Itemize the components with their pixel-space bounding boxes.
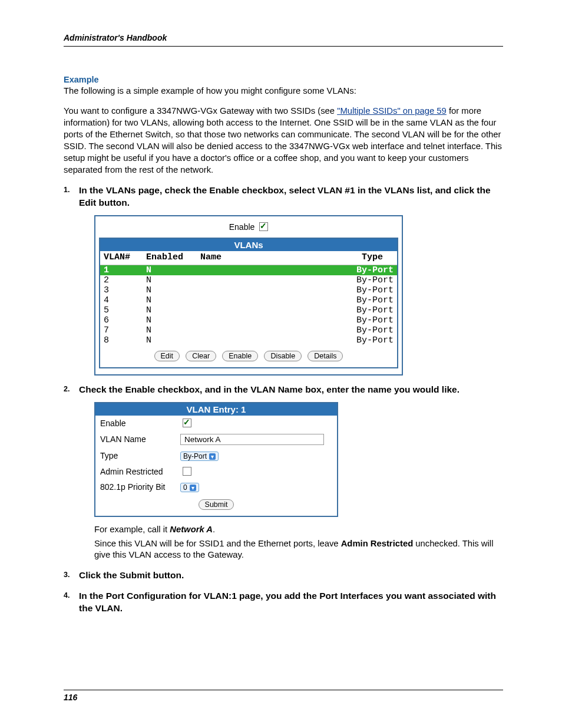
clear-button[interactable]: Clear (186, 351, 216, 361)
footer-rule (64, 690, 503, 690)
col-name: Name (197, 251, 275, 265)
col-vlan: VLAN# (100, 251, 143, 265)
vlans-figure: Enable VLANs VLAN# Enabled Name Type (94, 215, 403, 375)
step-2: Check the Enable checkbox, and in the VL… (79, 384, 503, 396)
after-1c: . (213, 525, 215, 534)
after-2a: Since this VLAN will be for SSID1 and th… (94, 539, 341, 548)
table-row[interactable]: 4NBy-Port (100, 295, 397, 305)
vlans-table: VLAN# Enabled Name Type 1NBy-Port2NBy-Po… (100, 251, 397, 345)
step-num-1: 1. (64, 186, 70, 194)
chevron-updown-icon: ▾ (190, 485, 196, 491)
priority-value: 0 (183, 483, 187, 492)
vlans-title: VLANs (100, 239, 397, 251)
chevron-updown-icon: ▾ (209, 453, 216, 460)
entry-title: VLAN Entry: 1 (95, 403, 337, 416)
type-value: By-Port (183, 452, 207, 460)
running-header: Administrator's Handbook (64, 33, 503, 42)
intro-text: The following is a simple example of how… (64, 85, 503, 97)
step-3: Click the Submit button. (79, 569, 503, 582)
after-1a: For example, call it (94, 525, 170, 534)
step-num-2: 2. (64, 385, 70, 393)
table-row[interactable]: 3NBy-Port (100, 285, 397, 295)
edit-button[interactable]: Edit (154, 351, 180, 361)
table-row[interactable]: 2NBy-Port (100, 275, 397, 285)
scenario-a: You want to configure a 3347NWG-VGx Gate… (64, 106, 337, 116)
details-button[interactable]: Details (308, 351, 343, 361)
disable-button[interactable]: Disable (264, 351, 302, 361)
header-rule (64, 46, 503, 47)
table-row[interactable]: 1NBy-Port (100, 265, 397, 275)
page-number: 116 (64, 693, 503, 702)
entry-type-label: Type (95, 448, 176, 464)
table-row[interactable]: 5NBy-Port (100, 305, 397, 315)
after-2b: Admin Restricted (341, 539, 414, 548)
entry-admin-label: Admin Restricted (95, 464, 176, 479)
step-4: In the Port Configuration for VLAN:1 pag… (79, 590, 503, 615)
after-1b: Network A (170, 525, 213, 534)
col-type: Type (275, 251, 397, 265)
example-label: Example (64, 75, 503, 84)
table-row[interactable]: 7NBy-Port (100, 325, 397, 335)
entry-prio-label: 802.1p Priority Bit (95, 479, 176, 495)
entry-name-label: VLAN Name (95, 431, 176, 448)
submit-button[interactable]: Submit (199, 499, 234, 510)
scenario-text: You want to configure a 3347NWG-VGx Gate… (64, 106, 503, 176)
entry-enable-label: Enable (95, 416, 176, 431)
vlan-entry-figure: VLAN Entry: 1 Enable VLAN Name Network A… (94, 402, 338, 517)
step-num-4: 4. (64, 591, 70, 599)
admin-restricted-checkbox[interactable] (183, 467, 191, 476)
table-row[interactable]: 6NBy-Port (100, 315, 397, 325)
step-1: In the VLANs page, check the Enable chec… (79, 185, 503, 209)
enable-checkbox[interactable] (259, 222, 268, 231)
vlan-name-input[interactable]: Network A (180, 434, 324, 445)
col-enabled: Enabled (143, 251, 197, 265)
xref-multiple-ssids[interactable]: "Multiple SSIDs" on page 59 (337, 106, 447, 116)
enable-button[interactable]: Enable (222, 351, 258, 361)
type-select[interactable]: By-Port▾ (180, 452, 219, 461)
entry-enable-checkbox[interactable] (183, 419, 191, 427)
step-num-3: 3. (64, 571, 70, 579)
priority-select[interactable]: 0▾ (180, 483, 199, 492)
scenario-b: for more information) for two VLANs, all… (64, 106, 502, 174)
table-row[interactable]: 8NBy-Port (100, 335, 397, 345)
enable-label: Enable (229, 222, 255, 232)
